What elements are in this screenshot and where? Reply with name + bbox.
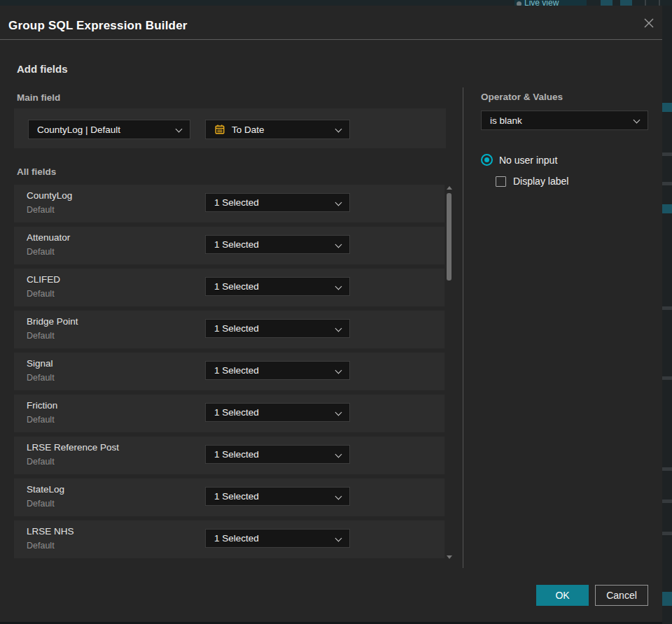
field-selected-dropdown[interactable]: 1 Selected: [205, 445, 350, 464]
background-fragment: [662, 376, 672, 380]
checkbox-unchecked-icon: [496, 176, 506, 187]
field-subtitle: Default: [27, 247, 55, 257]
chevron-down-icon: [335, 409, 342, 416]
field-row-friction: Friction Default 1 Selected: [14, 395, 444, 432]
chevron-down-icon: [335, 126, 342, 133]
close-icon: [643, 17, 654, 29]
field-subtitle: Default: [27, 205, 55, 215]
fields-list-scrollbar[interactable]: [446, 185, 453, 560]
titlebar-divider: [0, 39, 662, 40]
live-view-button[interactable]: Live view: [514, 0, 587, 6]
field-selected-dropdown[interactable]: 1 Selected: [205, 235, 350, 254]
no-user-input-radio[interactable]: No user input: [481, 154, 557, 166]
background-fragment: [662, 306, 672, 310]
field-selected-dropdown[interactable]: 1 Selected: [205, 319, 350, 338]
main-field-select-value: CountyLog | Default: [37, 125, 120, 135]
group-sql-expression-builder-dialog: Group SQL Expression Builder Add fields …: [0, 6, 662, 622]
selected-count: 1 Selected: [214, 197, 259, 208]
radio-selected-icon: [481, 154, 493, 166]
operator-values-label: Operator & Values: [481, 92, 563, 102]
field-name: StateLog: [27, 484, 64, 495]
field-subtitle: Default: [27, 373, 55, 383]
toolbar-separator: [659, 0, 660, 6]
selected-count: 1 Selected: [214, 491, 259, 502]
background-fragment: [662, 532, 672, 535]
field-row-signal: Signal Default 1 Selected: [14, 353, 444, 390]
no-user-input-label: No user input: [499, 155, 557, 166]
field-row-statelog: StateLog Default 1 Selected: [14, 478, 444, 516]
field-selected-dropdown[interactable]: 1 Selected: [205, 277, 350, 296]
chevron-down-icon: [335, 451, 342, 458]
field-name: Bridge Point: [27, 316, 78, 327]
selected-count: 1 Selected: [214, 239, 259, 250]
operator-select-value: is blank: [490, 115, 522, 126]
background-app-edge: [662, 6, 672, 624]
field-selected-dropdown[interactable]: 1 Selected: [205, 487, 350, 506]
background-fragment: [662, 592, 672, 606]
scrollbar-thumb[interactable]: [447, 193, 451, 281]
panel-divider: [463, 87, 463, 568]
operator-select[interactable]: is blank: [481, 111, 648, 130]
toolbar-separator: [645, 0, 646, 6]
field-row-clifed: CLIFED Default 1 Selected: [14, 269, 444, 306]
field-subtitle: Default: [27, 499, 55, 509]
chevron-down-icon: [335, 493, 342, 500]
dialog-title: Group SQL Expression Builder: [8, 19, 188, 33]
field-name: Signal: [27, 358, 53, 369]
field-row-countylog: CountyLog Default 1 Selected: [14, 185, 444, 222]
selected-count: 1 Selected: [214, 407, 259, 418]
field-subtitle: Default: [27, 457, 55, 467]
date-type-select-value: To Date: [232, 125, 265, 135]
selected-count: 1 Selected: [214, 281, 259, 292]
background-fragment: [662, 204, 672, 213]
field-name: CountyLog: [27, 190, 72, 201]
chevron-down-icon: [176, 126, 183, 133]
date-type-select[interactable]: To Date: [205, 120, 350, 139]
chevron-down-icon: [335, 535, 342, 542]
background-fragment: [662, 103, 672, 112]
display-label-checkbox[interactable]: Display label: [496, 176, 568, 187]
field-name: LRSE NHS: [27, 526, 74, 537]
chevron-down-icon: [335, 199, 342, 206]
field-selected-dropdown[interactable]: 1 Selected: [205, 361, 350, 380]
main-field-select[interactable]: CountyLog | Default: [28, 120, 190, 139]
field-subtitle: Default: [27, 415, 55, 425]
field-row-bridge-point: Bridge Point Default 1 Selected: [14, 311, 444, 348]
field-subtitle: Default: [27, 331, 55, 341]
background-toolbar-button: [601, 0, 612, 6]
selected-count: 1 Selected: [214, 323, 259, 334]
background-fragment: [662, 153, 672, 156]
field-selected-dropdown[interactable]: 1 Selected: [205, 193, 350, 212]
calendar-icon: [214, 124, 225, 135]
background-app-toolbar: Live view: [0, 0, 672, 6]
chevron-down-icon: [335, 325, 342, 332]
field-subtitle: Default: [27, 541, 55, 551]
field-name: CLIFED: [27, 274, 60, 285]
field-row-lrse-nhs: LRSE NHS Default 1 Selected: [14, 520, 444, 558]
background-toolbar-button: [620, 0, 632, 6]
add-fields-heading: Add fields: [17, 63, 68, 75]
field-name: Friction: [27, 400, 57, 411]
close-button[interactable]: [641, 15, 657, 31]
field-selected-dropdown[interactable]: 1 Selected: [205, 403, 350, 422]
chevron-down-icon: [634, 117, 640, 124]
selected-count: 1 Selected: [214, 365, 259, 376]
scroll-down-icon[interactable]: [447, 555, 452, 559]
selected-count: 1 Selected: [214, 449, 259, 460]
field-selected-dropdown[interactable]: 1 Selected: [205, 529, 350, 548]
ok-button[interactable]: OK: [536, 585, 589, 606]
scroll-up-icon[interactable]: [447, 186, 452, 190]
field-row-lrse-reference-post: LRSE Reference Post Default 1 Selected: [14, 437, 444, 474]
all-fields-label: All fields: [17, 166, 56, 177]
field-name: LRSE Reference Post: [27, 442, 119, 453]
cancel-button[interactable]: Cancel: [595, 585, 648, 606]
field-subtitle: Default: [27, 289, 55, 299]
background-fragment: [662, 499, 672, 503]
chevron-down-icon: [335, 283, 342, 290]
selected-count: 1 Selected: [214, 533, 259, 544]
main-field-label: Main field: [17, 92, 60, 103]
background-fragment: [662, 467, 672, 471]
live-view-label: Live view: [524, 0, 559, 6]
dialog-titlebar: Group SQL Expression Builder: [0, 6, 662, 39]
field-row-attenuator: Attenuator Default 1 Selected: [14, 227, 444, 264]
